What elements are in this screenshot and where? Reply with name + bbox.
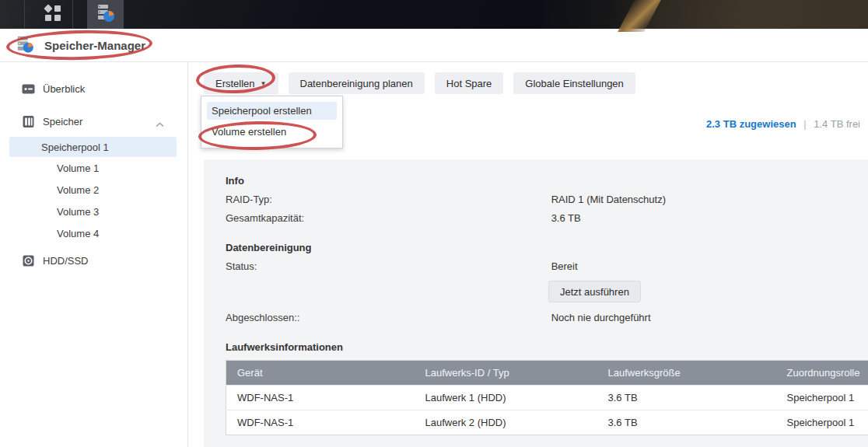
column-header-device: Gerät [226,361,415,386]
scrubbing-completed-row: Abgeschlossen:: Noch nie durchgeführt [226,312,868,323]
cell-drive-size: 3.6 TB [597,386,776,410]
scrubbing-status-row: Status: Bereit [226,260,868,272]
sidebar-item-label: Volume 4 [57,228,99,239]
column-header-drive-size: Laufwerksgröße [597,361,776,386]
taskbar-storage-manager-button[interactable] [87,0,124,29]
sidebar-item-label: Überblick [43,83,85,95]
total-capacity-label: Gesamtkapazität: [226,212,548,224]
raid-type-value: RAID 1 (Mit Datenschutz) [551,194,666,205]
data-scrubbing-heading: Datenbereinigung [226,242,868,253]
taskbar-divider [24,0,25,29]
global-settings-button[interactable]: Globale Einstellungen [513,72,635,94]
column-header-allocation-role: Zuordnungsrolle [776,361,868,386]
sidebar-item-volume-4[interactable]: Volume 4 [0,222,187,244]
sidebar-item-volume-3[interactable]: Volume 3 [0,201,187,222]
table-row[interactable]: WDF-NAS-1 Laufwerk 2 (HDD) 3.6 TB Speich… [226,410,868,435]
table-header-row: Gerät Laufwerks-ID / Typ Laufwerksgröße … [226,361,868,386]
sidebar-item-label: Volume 3 [57,206,99,218]
sidebar-item-volume-1[interactable]: Volume 1 [0,157,187,179]
sidebar-item-storagepool-1[interactable]: Speicherpool 1 [0,137,187,157]
drive-information-table: Gerät Laufwerks-ID / Typ Laufwerksgröße … [226,360,868,435]
cell-device: WDF-NAS-1 [226,410,415,435]
chevron-up-icon[interactable] [156,118,164,130]
create-dropdown-menu: Speicherpool erstellen Volume erstellen [201,96,343,148]
status-value: Bereit [551,260,578,272]
create-button-label: Erstellen [215,78,255,89]
run-now-row: Jetzt ausführen [226,279,868,312]
raid-type-label: RAID-Typ: [226,194,548,205]
menu-item-create-storage-pool[interactable]: Speicherpool erstellen [207,102,337,120]
cell-drive-id: Laufwerk 2 (HDD) [415,410,597,435]
sidebar-item-storage[interactable]: Speicher [0,110,187,132]
menu-item-create-volume[interactable]: Volume erstellen [207,123,337,141]
completed-label: Abgeschlossen:: [226,312,548,323]
sidebar-item-overview[interactable]: Überblick [0,78,187,100]
cell-drive-size: 3.6 TB [597,410,776,435]
toolbar: Erstellen ▼ Datenbereinigung planen Hot … [204,72,646,94]
app-title-bar: Speicher-Manager [0,29,868,62]
status-label: Status: [226,260,548,272]
hot-spare-button[interactable]: Hot Spare [435,72,504,94]
storage-manager-title-icon [16,34,36,57]
sidebar-item-label: HDD/SSD [43,255,89,267]
create-button[interactable]: Erstellen ▼ [204,72,278,94]
apps-grid-icon [43,3,63,26]
total-capacity-value: 3.6 TB [551,212,581,224]
storage-icon [22,115,35,128]
raid-type-row: RAID-Typ: RAID 1 (Mit Datenschutz) [226,194,868,205]
section-gap [226,231,868,242]
capacity-separator: | [803,118,806,130]
data-scrubbing-schedule-button[interactable]: Datenbereinigung planen [289,72,425,94]
section-gap [226,330,868,341]
allocated-capacity-link[interactable]: 2.3 TB zugewiesen [706,118,796,130]
page-title: Speicher-Manager [44,39,145,52]
column-header-drive-id-type: Laufwerks-ID / Typ [415,361,597,386]
cell-allocation-role: Speicherpool 1 [776,386,868,410]
hdd-icon [22,254,35,267]
free-capacity-text: 1.4 TB frei [814,118,860,130]
sidebar-item-label: Volume 2 [57,184,99,196]
sidebar-item-volume-2[interactable]: Volume 2 [0,179,187,201]
main-menu-button[interactable] [33,0,72,29]
run-now-button[interactable]: Jetzt ausführen [548,281,641,302]
cell-device: WDF-NAS-1 [226,386,415,410]
sidebar-item-label: Volume 1 [57,162,99,174]
cell-allocation-role: Speicherpool 1 [776,410,868,435]
caret-down-icon: ▼ [261,80,267,87]
completed-value: Noch nie durchgeführt [551,312,651,323]
total-capacity-row: Gesamtkapazität: 3.6 TB [226,212,868,224]
info-section-heading: Info [226,175,868,187]
cell-drive-id: Laufwerk 1 (HDD) [415,386,597,410]
sidebar-item-hdd-ssd[interactable]: HDD/SSD [0,250,187,271]
storage-manager-icon [95,2,117,26]
wallpaper-streak [618,0,663,32]
taskbar-divider [72,0,73,29]
sidebar-item-label: Speicher [43,116,82,127]
storage-manager-screen: { "app": { "title": "Speicher-Manager" }… [0,0,868,447]
pool-details-card: Info RAID-Typ: RAID 1 (Mit Datenschutz) … [204,159,868,447]
desktop-taskbar [0,0,868,29]
sidebar-item-label: Speicherpool 1 [41,141,109,153]
drive-information-heading: Laufwerksinformationen [226,341,868,353]
capacity-summary: 2.3 TB zugewiesen | 1.4 TB frei [706,118,860,130]
overview-icon [22,82,35,96]
sidebar: Überblick Speicher Speicherpool 1 Volume… [0,62,188,447]
table-row[interactable]: WDF-NAS-1 Laufwerk 1 (HDD) 3.6 TB Speich… [226,386,868,410]
